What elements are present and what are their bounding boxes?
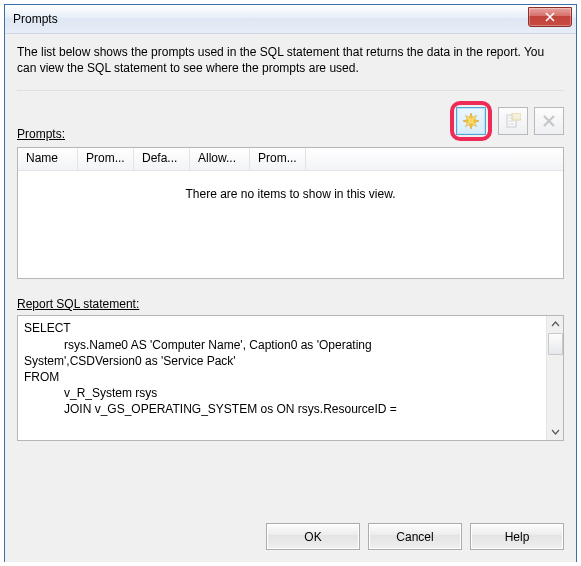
prompts-listview[interactable]: Name Prom... Defa... Allow... Prom... Th… <box>17 147 564 279</box>
column-header[interactable]: Prom... <box>250 148 306 170</box>
column-header[interactable]: Prom... <box>78 148 134 170</box>
scroll-thumb[interactable] <box>548 333 563 355</box>
chevron-up-icon <box>551 320 560 329</box>
cancel-button[interactable]: Cancel <box>368 523 462 550</box>
titlebar: Prompts <box>5 5 576 34</box>
column-header[interactable]: Name <box>18 148 78 170</box>
scroll-down-button[interactable] <box>549 425 562 438</box>
prompts-dialog: Prompts The list below shows the prompts… <box>4 4 577 562</box>
close-button[interactable] <box>528 7 572 27</box>
prompts-label: Prompts: <box>17 127 65 141</box>
column-header-filler <box>306 148 563 170</box>
sql-textarea[interactable]: SELECT rsys.Name0 AS 'Computer Name', Ca… <box>17 315 564 441</box>
column-header[interactable]: Defa... <box>134 148 190 170</box>
window-title: Prompts <box>5 12 58 26</box>
scroll-up-button[interactable] <box>549 318 562 331</box>
edit-prompt-button[interactable] <box>498 107 528 135</box>
scroll-track[interactable] <box>548 331 563 425</box>
vertical-scrollbar[interactable] <box>546 316 563 440</box>
new-prompt-button[interactable] <box>456 107 486 135</box>
column-headers[interactable]: Name Prom... Defa... Allow... Prom... <box>18 148 563 171</box>
dialog-button-row: OK Cancel Help <box>17 509 564 550</box>
delete-x-icon <box>541 113 557 129</box>
empty-message: There are no items to show in this view. <box>18 171 563 278</box>
separator <box>17 90 564 91</box>
chevron-down-icon <box>551 427 560 436</box>
prompts-toolbar <box>450 101 564 141</box>
delete-prompt-button[interactable] <box>534 107 564 135</box>
ok-button[interactable]: OK <box>266 523 360 550</box>
svg-rect-3 <box>512 113 521 120</box>
starburst-icon <box>462 112 480 130</box>
highlight-ring <box>450 101 492 141</box>
column-header[interactable]: Allow... <box>190 148 250 170</box>
sql-content[interactable]: SELECT rsys.Name0 AS 'Computer Name', Ca… <box>18 316 546 440</box>
intro-text: The list below shows the prompts used in… <box>17 44 564 76</box>
close-icon <box>545 12 555 22</box>
properties-icon <box>505 113 521 129</box>
sql-label: Report SQL statement: <box>17 297 564 311</box>
help-button[interactable]: Help <box>470 523 564 550</box>
